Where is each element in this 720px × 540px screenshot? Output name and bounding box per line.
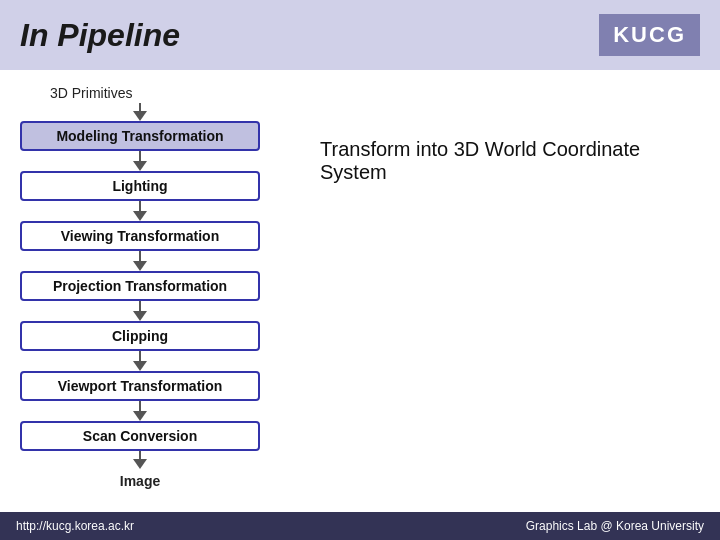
pipeline-column: 3D Primitives Modeling Transformation Li…	[20, 80, 300, 515]
c-arrow	[133, 261, 147, 271]
arrow-1	[20, 151, 260, 171]
arrow-4	[20, 301, 260, 321]
modeling-description: Transform into 3D World Coordinate Syste…	[320, 138, 640, 183]
arrow-3	[20, 251, 260, 271]
arrow-to-modeling	[20, 103, 260, 121]
pipeline-item-projection: Projection Transformation	[20, 271, 260, 301]
c-arrow	[133, 211, 147, 221]
c-line	[139, 151, 141, 161]
description-column: Transform into 3D World Coordinate Syste…	[300, 80, 700, 515]
footer-credit: Graphics Lab @ Korea University	[526, 519, 704, 533]
c-line	[139, 201, 141, 211]
c-line	[139, 351, 141, 361]
primitives-label: 3D Primitives	[50, 85, 132, 101]
c-arrow	[133, 459, 147, 469]
footer-url: http://kucg.korea.ac.kr	[16, 519, 134, 533]
page-title: In Pipeline	[20, 17, 180, 54]
arrow-7	[20, 451, 260, 469]
c-line	[139, 301, 141, 311]
c-arrow	[133, 361, 147, 371]
pipeline-item-modeling: Modeling Transformation	[20, 121, 260, 151]
c-line	[139, 451, 141, 459]
pipeline-item-viewport: Viewport Transformation	[20, 371, 260, 401]
c-arrow	[133, 311, 147, 321]
main-content: 3D Primitives Modeling Transformation Li…	[0, 70, 720, 525]
arrow-5	[20, 351, 260, 371]
arrow-2	[20, 201, 260, 221]
pipeline-item-lighting: Lighting	[20, 171, 260, 201]
header: In Pipeline KUCG	[0, 0, 720, 70]
c-line	[139, 251, 141, 261]
c-arrow	[133, 161, 147, 171]
footer: http://kucg.korea.ac.kr Graphics Lab @ K…	[0, 512, 720, 540]
c-arrow	[133, 411, 147, 421]
connector-line	[139, 103, 141, 111]
kucg-logo: KUCG	[599, 14, 700, 56]
connector-arrow	[133, 111, 147, 121]
pipeline-item-viewing: Viewing Transformation	[20, 221, 260, 251]
pipeline-item-clipping: Clipping	[20, 321, 260, 351]
c-line	[139, 401, 141, 411]
pipeline-item-scan: Scan Conversion	[20, 421, 260, 451]
arrow-6	[20, 401, 260, 421]
image-label: Image	[20, 473, 260, 489]
